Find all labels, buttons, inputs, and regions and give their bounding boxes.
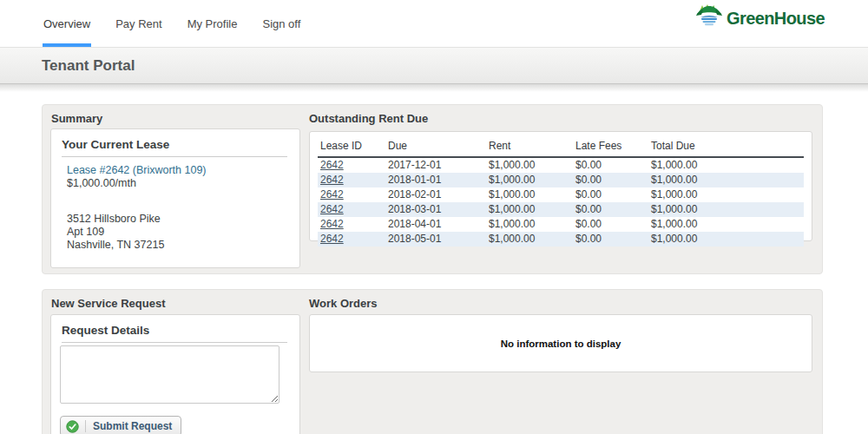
lease-link[interactable]: Lease #2642 (Brixworth 109) [67, 164, 287, 176]
lease-id-link[interactable]: 2642 [320, 233, 344, 245]
col-due: Due [385, 137, 486, 157]
tab-overview[interactable]: Overview [43, 0, 90, 47]
top-navigation: Overview Pay Rent My Profile Sign off [0, 0, 868, 47]
rent-cell: 2018-05-01 [385, 232, 486, 247]
rent-cell: $0.00 [573, 187, 648, 202]
rent-cell: $1,000.00 [648, 232, 804, 247]
lease-id-link[interactable]: 2642 [320, 188, 344, 201]
rent-cell: $1,000.00 [648, 217, 804, 232]
rent-cell: $1,000.00 [486, 232, 573, 247]
rent-due-row: 26422018-03-01$1,000.00$0.00$1,000.00 [318, 202, 804, 217]
rent-cell: $0.00 [573, 173, 648, 187]
rent-cell: $0.00 [573, 202, 648, 217]
rent-due-card: Lease ID Due Rent Late Fees Total Due 26… [309, 131, 812, 241]
address-line-3: Nashville, TN 37215 [67, 239, 287, 252]
rent-cell: 2018-01-01 [385, 173, 486, 187]
lease-id-cell: 2642 [318, 232, 385, 247]
tab-pay-rent[interactable]: Pay Rent [115, 0, 161, 47]
titlebar-shadow [0, 84, 868, 92]
address-line-1: 3512 Hillsboro Pike [67, 213, 287, 226]
page-title-bar: Tenant Portal [0, 47, 868, 84]
request-details-title: Request Details [62, 324, 287, 343]
rent-cell: $1,000.00 [486, 187, 573, 202]
lease-id-cell: 2642 [318, 187, 385, 202]
address-line-2: Apt 109 [67, 226, 287, 239]
rent-cell: 2018-04-01 [385, 217, 486, 232]
rent-due-row: 26422018-02-01$1,000.00$0.00$1,000.00 [318, 187, 804, 202]
page-title: Tenant Portal [42, 57, 135, 75]
col-rent: Rent [486, 137, 573, 157]
monthly-rate: $1,000.00/mth [67, 177, 287, 189]
service-workorders-panel: New Service Request Work Orders Request … [42, 289, 823, 434]
rent-cell: $0.00 [573, 217, 648, 232]
tab-sign-off[interactable]: Sign off [262, 0, 300, 47]
rent-cell: 2017-12-01 [385, 157, 486, 173]
rent-due-row: 26422018-01-01$1,000.00$0.00$1,000.00 [318, 173, 804, 187]
current-lease-title: Your Current Lease [62, 138, 287, 157]
lease-address: 3512 Hillsboro Pike Apt 109 Nashville, T… [67, 213, 287, 252]
col-lease-id: Lease ID [318, 137, 385, 157]
work-orders-card: No information to display [309, 314, 812, 372]
current-lease-card: Your Current Lease Lease #2642 (Brixwort… [50, 128, 300, 268]
summary-rent-panel: Summary Outstanding Rent Due Your Curren… [42, 104, 823, 274]
greenhouse-leaf-water-icon [694, 3, 725, 33]
rent-cell: $1,000.00 [486, 173, 573, 187]
brand-name: GreenHouse [727, 9, 825, 29]
rent-due-table: Lease ID Due Rent Late Fees Total Due 26… [318, 137, 804, 247]
rent-cell: $1,000.00 [648, 173, 804, 187]
tab-my-profile[interactable]: My Profile [187, 0, 238, 47]
rent-cell: $0.00 [573, 157, 648, 173]
work-orders-empty-message: No information to display [501, 339, 621, 349]
col-late-fees: Late Fees [573, 137, 648, 157]
service-request-card: Request Details Submit Request [50, 314, 300, 434]
rent-cell: $1,000.00 [486, 202, 573, 217]
col-total-due: Total Due [648, 137, 804, 157]
button-divider [85, 420, 86, 432]
rent-cell: $1,000.00 [648, 157, 804, 173]
check-circle-icon [66, 420, 79, 433]
brand-logo: GreenHouse [694, 4, 825, 32]
rent-cell: 2018-02-01 [385, 187, 486, 202]
submit-request-label: Submit Request [93, 420, 172, 432]
rent-due-heading: Outstanding Rent Due [309, 112, 428, 125]
summary-heading: Summary [51, 112, 102, 125]
nav-tabs: Overview Pay Rent My Profile Sign off [43, 0, 300, 47]
rent-cell: $1,000.00 [648, 202, 804, 217]
tenant-portal-screen: Overview Pay Rent My Profile Sign off [0, 0, 868, 434]
rent-due-row: 26422018-04-01$1,000.00$0.00$1,000.00 [318, 217, 804, 232]
service-request-heading: New Service Request [51, 297, 166, 310]
submit-request-button[interactable]: Submit Request [60, 416, 181, 434]
lease-id-cell: 2642 [318, 217, 385, 232]
lease-id-link[interactable]: 2642 [320, 218, 344, 230]
rent-cell: $1,000.00 [486, 217, 573, 232]
rent-cell: $1,000.00 [648, 187, 804, 202]
lease-id-link[interactable]: 2642 [320, 203, 344, 215]
work-orders-heading: Work Orders [309, 297, 378, 310]
lease-id-cell: 2642 [318, 157, 385, 173]
rent-due-row: 26422017-12-01$1,000.00$0.00$1,000.00 [318, 157, 804, 173]
rent-cell: 2018-03-01 [385, 202, 486, 217]
lease-id-link[interactable]: 2642 [320, 174, 344, 186]
rent-cell: $0.00 [573, 232, 648, 247]
request-details-input[interactable] [60, 345, 279, 404]
rent-due-header-row: Lease ID Due Rent Late Fees Total Due [318, 137, 804, 157]
lease-id-cell: 2642 [318, 173, 385, 187]
lease-id-cell: 2642 [318, 202, 385, 217]
rent-due-row: 26422018-05-01$1,000.00$0.00$1,000.00 [318, 232, 804, 247]
rent-cell: $1,000.00 [486, 157, 573, 173]
lease-id-link[interactable]: 2642 [320, 159, 344, 171]
